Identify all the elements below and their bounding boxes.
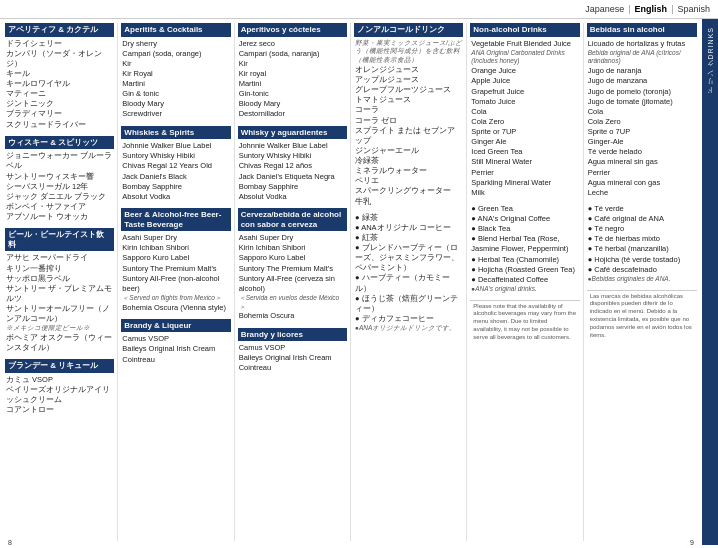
list-item: Sapporo Kuro Label [238, 253, 347, 263]
list-item: サントリー ザ・プレミアムモルツ [5, 284, 114, 304]
list-item: Campari (soda, naranja) [238, 49, 347, 59]
list-item: Johnnie Walker Blue Label [238, 141, 347, 151]
list-item: Absolut Vodka [121, 192, 230, 202]
list-item: Jugo de pomelo (toronja) [587, 87, 697, 97]
list-item: Agua mineral sin gas [587, 157, 697, 167]
col-ja-nonalcohol: ノンアルコールドリンク 野菜・果実ミックスジュース/ぶどう（機能性関与成分）を含… [351, 23, 467, 541]
list-item: Jack Daniel's Etiqueta Negra [238, 172, 347, 182]
list-item: Bloody Mary [238, 99, 347, 109]
list-item: ※メキシコ便限定ビール※ [5, 324, 114, 333]
list-item: Jugo de naranja [587, 66, 697, 76]
list-item: ＜Served on flights from Mexico＞ [121, 294, 230, 303]
list-item: Kir [238, 59, 347, 69]
list-item: ● Té verde [587, 204, 697, 214]
section-ja-brandy: ブランデー & リキュール カミュ VSOP ベイリーズオリジナルアイリッシュク… [5, 359, 114, 415]
section-header-ja-nonalcohol: ノンアルコールドリンク [354, 23, 463, 37]
list-item: Kirin Ichiban Shibori [238, 243, 347, 253]
list-item: Agua mineral con gas [587, 178, 697, 188]
section-ja-hot: ● 緑茶 ● ANAオリジナル コーヒー ● 紅茶 ● ブレンドハーブティー（ロ… [354, 213, 463, 333]
list-item: Perrier [587, 168, 697, 178]
list-item: コアントロー [5, 405, 114, 415]
list-item: ● ブレンドハーブティー（ローズ、ジャスミンフラワー、ペパーミント） [354, 243, 463, 273]
section-ja-nonalcohol: ノンアルコールドリンク 野菜・果実ミックスジュース/ぶどう（機能性関与成分）を含… [354, 23, 463, 207]
lang-english[interactable]: English [635, 4, 668, 14]
section-header-es-beer: Cerveza/bebida de alcohol con sabor a ce… [238, 208, 347, 231]
list-item: Kir Royal [121, 69, 230, 79]
list-item: Jack Daniel's Black [121, 172, 230, 182]
list-item: コーラ [354, 105, 463, 115]
list-item: ● ディカフェコーヒー [354, 314, 463, 324]
list-item: Kirin Ichiban Shibori [121, 243, 230, 253]
list-item: Martini [238, 79, 347, 89]
list-item: ジンジャーエール [354, 146, 463, 156]
list-item: オレンジジュース [354, 65, 463, 75]
list-item: スプライト または セブンアップ [354, 126, 463, 146]
list-item: アブソルート ウオッカ [5, 212, 114, 222]
list-item: ● Blend Herbal Tea (Rose, Jasmine Flower… [470, 234, 579, 254]
list-item: ボンベイ・サファイア [5, 202, 114, 212]
list-item: Licuado de hortalizas y frutas [587, 39, 697, 49]
list-item: Sparkling Mineral Water [470, 178, 579, 188]
list-item: サッポロ黒ラベル [5, 274, 114, 284]
list-item: ● Hojicha (Roasted Green Tea) [470, 265, 579, 275]
list-item: スクリュードライバー [5, 120, 114, 130]
lang-spanish[interactable]: Spanish [677, 4, 710, 14]
language-switcher: Japanese | English | Spanish [0, 0, 718, 19]
list-item: グレープフルーツジュース [354, 85, 463, 95]
col-en-nonalcohol: Non-alcohol Drinks Vegetable Fruit Blend… [467, 23, 583, 541]
list-item: ● 紅茶 [354, 233, 463, 243]
list-item: Destornillador [238, 109, 347, 119]
list-item: Sprite o 7UP [587, 127, 697, 137]
list-item: Kir royal [238, 69, 347, 79]
lang-sep-2: | [671, 4, 673, 14]
list-item: ブラディマリー [5, 109, 114, 119]
list-item: Baileys Original Irish Cream [238, 353, 347, 363]
list-item: Cointreau [121, 355, 230, 365]
list-item: Té verde helado [587, 147, 697, 157]
right-sidebar: DRINKS ドリンク [702, 19, 718, 545]
menu-grid: アペリティフ & カクテル ドライシェリー カンパリ（ソーダ・オレンジ） キール… [0, 19, 702, 545]
section-header-ja-beer: ビール・ビールテイスト飲料 [5, 228, 114, 251]
page-wrapper: Japanese | English | Spanish アペリティフ & カク… [0, 0, 718, 545]
list-item: Ginger Ale [470, 137, 579, 147]
list-item: Chivas Regal 12 años [238, 161, 347, 171]
list-item: Johnnie Walker Blue Label [121, 141, 230, 151]
lang-japanese[interactable]: Japanese [585, 4, 624, 14]
list-item: ジントニック [5, 99, 114, 109]
list-item: Suntory The Premium Malt's [238, 264, 347, 274]
list-item: ●ANA's original drinks. [470, 285, 579, 294]
list-item: Cola [470, 107, 579, 117]
section-header-ja-brandy: ブランデー & リキュール [5, 359, 114, 373]
list-item: Cola [587, 107, 697, 117]
section-en-nonalcohol: Non-alcohol Drinks Vegetable Fruit Blend… [470, 23, 579, 198]
list-item: キール [5, 69, 114, 79]
list-item: アップルジュース [354, 75, 463, 85]
footer-notes-en: Please note that the availability of alc… [470, 300, 579, 342]
list-item: Bebida original de ANA (cítricos/ aránda… [587, 49, 697, 67]
list-item: ＜Servida en vuelos desde México＞ [238, 294, 347, 312]
list-item: ペリエ [354, 176, 463, 186]
list-item: Bloody Mary [121, 99, 230, 109]
list-item: ミネラルウォーター [354, 166, 463, 176]
list-item: Ginger-Ale [587, 137, 697, 147]
list-item: ● Té herbal (manzanilla) [587, 244, 697, 254]
col-en-aperitif: Aperitifs & Cocktails Dry sherry Campari… [118, 23, 234, 541]
list-item: 冷緑茶 [354, 156, 463, 166]
list-item: 野菜・果実ミックスジュース/ぶどう（機能性関与成分）を含む飲料（機能性表示食品） [354, 39, 463, 65]
list-item: ● Café original de ANA [587, 214, 697, 224]
list-item: ● Té de hierbas mixto [587, 234, 697, 244]
list-item: ボヘミア オスクーラ（ウィーンスタイル） [5, 333, 114, 353]
list-item: ● Café descafeinado [587, 265, 697, 275]
list-item: Bombay Sapphire [121, 182, 230, 192]
list-item: サントリーオールフリー（ノンアルコール） [5, 304, 114, 324]
list-item: Leche [587, 188, 697, 198]
list-item: ドライシェリー [5, 39, 114, 49]
list-item: ANA Original Carbonated Drinks (Includes… [470, 49, 579, 67]
list-item: ジョニーウォーカー ブルーラベル [5, 151, 114, 171]
page-number-right: 9 [690, 539, 694, 546]
list-item: Suntory All-Free (cerveza sin alcohol) [238, 274, 347, 294]
list-item: Camus VSOP [238, 343, 347, 353]
section-ja-aperitif: アペリティフ & カクテル ドライシェリー カンパリ（ソーダ・オレンジ） キール… [5, 23, 114, 130]
col-es-nonalcohol: Bebidas sin alcohol Licuado de hortaliza… [584, 23, 700, 541]
section-header-en-aperitif: Aperitifs & Cocktails [121, 23, 230, 37]
